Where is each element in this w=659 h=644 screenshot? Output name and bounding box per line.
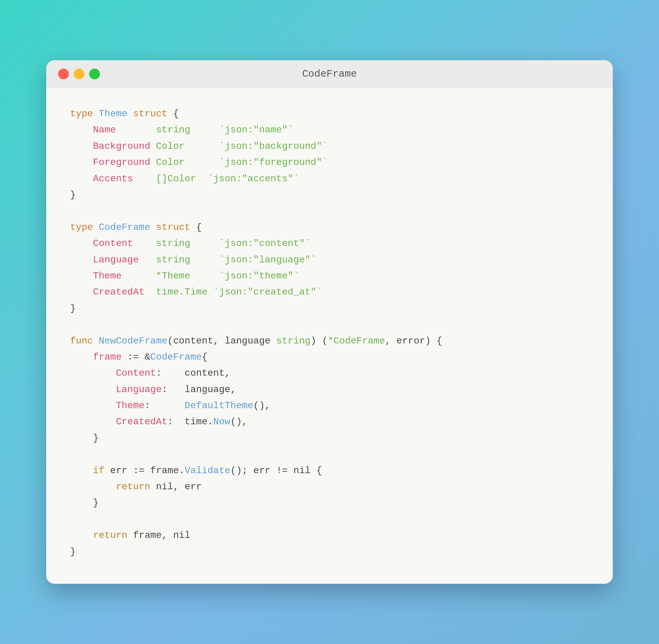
traffic-lights (58, 69, 100, 79)
code-line-18: CreatedAt: time.Now(), (70, 414, 589, 430)
code-line-16: Language: language, (70, 382, 589, 398)
code-line-13: func NewCodeFrame(content, language stri… (70, 333, 589, 349)
code-line-4: Foreground Color `json:"foreground"` (70, 155, 589, 170)
blank-line-3 (70, 446, 589, 462)
code-line-6: } (70, 187, 589, 203)
code-line-14: frame := &CodeFrame{ (70, 349, 589, 365)
code-line-22: } (70, 495, 589, 511)
blank-line-4 (70, 511, 589, 527)
code-line-24: } (70, 544, 589, 560)
code-line-11: CreatedAt time.Time `json:"created_at"` (70, 284, 589, 300)
blank-line-2 (70, 317, 589, 333)
window-title: CodeFrame (302, 68, 357, 79)
code-line-8: Content string `json:"content"` (70, 235, 589, 252)
code-line-19: } (70, 430, 589, 446)
code-line-21: return nil, err (70, 479, 589, 495)
code-line-15: Content: content, (70, 365, 589, 381)
maximize-button[interactable] (89, 69, 100, 79)
code-line-5: Accents []Color `json:"accents"` (70, 171, 589, 187)
code-editor: type Theme struct { Name string `json:"n… (46, 88, 613, 584)
code-line-10: Theme *Theme `json:"theme"` (70, 268, 589, 284)
blank-line-1 (70, 203, 589, 219)
code-line-9: Language string `json:"language"` (70, 252, 589, 268)
code-line-2: Name string `json:"name"` (70, 122, 589, 138)
close-button[interactable] (58, 69, 69, 79)
code-line-3: Background Color `json:"background"` (70, 138, 589, 155)
minimize-button[interactable] (74, 69, 84, 79)
app-window: CodeFrame type Theme struct { Name strin… (46, 60, 613, 584)
code-line-7: type CodeFrame struct { (70, 220, 589, 235)
code-line-20: if err := frame.Validate(); err != nil { (70, 463, 589, 479)
code-line-12: } (70, 301, 589, 317)
titlebar: CodeFrame (46, 60, 613, 88)
code-line-1: type Theme struct { (70, 106, 589, 122)
code-line-17: Theme: DefaultTheme(), (70, 398, 589, 414)
code-line-23: return frame, nil (70, 527, 589, 544)
